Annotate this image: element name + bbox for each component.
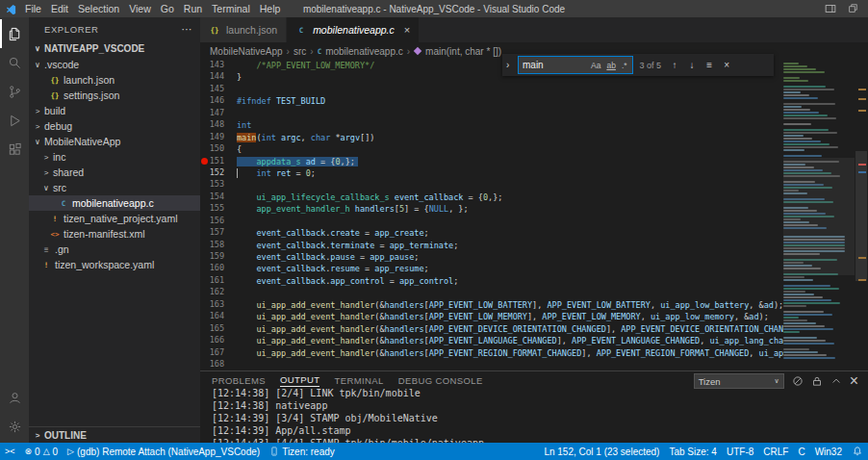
code-line[interactable]: #ifndef TEST_BUILD — [237, 95, 783, 107]
scrollbar[interactable] — [855, 60, 868, 371]
line-number[interactable]: 167 — [200, 347, 229, 359]
line-number[interactable]: 143 — [200, 60, 229, 71]
maximize-panel-icon[interactable] — [830, 375, 842, 387]
line-number[interactable]: 154 — [200, 192, 229, 203]
menu-view[interactable]: View — [124, 3, 156, 14]
line-number[interactable]: 152 — [200, 167, 229, 179]
code-line[interactable]: event_callback.terminate = app_terminate… — [237, 240, 783, 251]
find-next-button[interactable]: ↓ — [685, 60, 699, 70]
clear-output-icon[interactable] — [792, 375, 804, 387]
panel-tab-terminal[interactable]: TERMINAL — [334, 375, 383, 387]
toggle-layout-icon[interactable] — [825, 3, 836, 14]
tree-file--gn[interactable]: ≡.gn — [29, 242, 200, 257]
line-number[interactable]: 163 — [200, 299, 229, 311]
status-tab-size-4[interactable]: Tab Size: 4 — [664, 443, 721, 460]
line-number[interactable]: 161 — [200, 275, 229, 287]
code-line[interactable]: ui_app_lifecycle_callback_s event_callba… — [237, 192, 783, 203]
line-number[interactable]: 148 — [200, 119, 229, 131]
code-line[interactable] — [237, 108, 783, 119]
line-number[interactable]: 144 — [200, 71, 229, 83]
workspace-section-header[interactable]: ∨ NATIVEAPP_VSCODE — [29, 40, 200, 57]
line-number[interactable]: 166 — [200, 335, 229, 346]
line-number[interactable]: 168 — [200, 359, 229, 371]
tree-file-mobilenativeapp-c[interactable]: Cmobilenativeapp.c — [29, 195, 200, 211]
tree-file-tizen-workspace-yaml[interactable]: !tizen_workspace.yaml — [29, 257, 200, 272]
find-previous-button[interactable]: ↑ — [668, 60, 681, 70]
code-line[interactable]: ui_app_add_event_handler(&handlers[APP_E… — [237, 323, 783, 335]
menu-help[interactable]: Help — [255, 3, 286, 14]
tree-folder-inc[interactable]: >inc — [29, 149, 200, 165]
debug-status[interactable]: ▷ (gdb) Remote Attach (NativeApp_VSCode) — [63, 443, 265, 460]
line-number[interactable]: 158 — [200, 240, 229, 251]
status-crlf[interactable]: CRLF — [758, 443, 793, 460]
tree-folder-build[interactable]: >build — [29, 103, 200, 118]
problems-status[interactable]: ⊗ 0 △ 0 — [20, 443, 64, 460]
line-number[interactable]: 147 — [200, 108, 229, 119]
menu-selection[interactable]: Selection — [73, 3, 124, 14]
more-actions-icon[interactable]: ⋯ — [181, 23, 192, 36]
line-number[interactable]: 151 — [200, 156, 229, 167]
menu-go[interactable]: Go — [156, 3, 179, 14]
breakpoint-icon[interactable] — [201, 158, 208, 165]
lock-scroll-icon[interactable] — [811, 375, 823, 387]
code-line[interactable]: int ret = 0; — [237, 167, 783, 179]
line-number[interactable]: 145 — [200, 84, 229, 95]
breadcrumb-item[interactable]: MobileNativeApp — [210, 46, 283, 57]
line-number[interactable]: 155 — [200, 203, 229, 215]
line-number[interactable]: 149 — [200, 132, 229, 143]
status-c[interactable]: C — [793, 443, 809, 460]
status-ln-152-col-1-23-selected-[interactable]: Ln 152, Col 1 (23 selected) — [539, 443, 664, 460]
code-line[interactable]: event_callback.app_control = app_control… — [237, 275, 783, 287]
menu-edit[interactable]: Edit — [46, 3, 73, 14]
breadcrumb-item[interactable]: main(int, char * []) — [425, 46, 501, 57]
explorer-view-button[interactable] — [0, 19, 29, 48]
tree-folder--vscode[interactable]: ∨.vscode — [29, 57, 200, 72]
line-number[interactable]: 153 — [200, 179, 229, 191]
tree-folder-src[interactable]: ∨src — [29, 180, 200, 195]
code-line[interactable]: int — [237, 119, 783, 131]
restore-window-icon[interactable] — [848, 3, 858, 14]
line-number[interactable]: 160 — [200, 263, 229, 274]
line-number[interactable]: 156 — [200, 216, 229, 227]
breadcrumb-item[interactable]: src — [294, 46, 306, 57]
tab-launch-json[interactable]: {}launch.json — [200, 17, 287, 42]
search-view-button[interactable] — [0, 48, 29, 77]
tree-file-launch-json[interactable]: {}launch.json — [29, 72, 200, 88]
code-line[interactable] — [237, 359, 783, 371]
code-line[interactable] — [237, 287, 783, 298]
whole-word-button[interactable]: ab — [603, 61, 618, 70]
remote-indicator[interactable]: >< — [0, 443, 20, 460]
code-line[interactable]: ui_app_add_event_handler(&handlers[APP_E… — [237, 347, 783, 359]
tree-file-tizen-native-project-yaml[interactable]: !tizen_native_project.yaml — [29, 211, 200, 226]
tree-file-tizen-manifest-xml[interactable]: <>tizen-manifest.xml — [29, 226, 200, 242]
tizen-status[interactable]: Tizen: ready — [265, 443, 340, 460]
line-number[interactable]: 157 — [200, 227, 229, 239]
run-debug-view-button[interactable] — [0, 106, 29, 135]
breadcrumb-item[interactable]: mobilenativeapp.c — [325, 46, 403, 57]
line-number[interactable]: 150 — [200, 143, 229, 155]
outline-section-header[interactable]: > OUTLINE — [29, 426, 200, 443]
tree-file-settings-json[interactable]: {}settings.json — [29, 88, 200, 103]
panel-tab-debug-console[interactable]: DEBUG CONSOLE — [398, 375, 483, 387]
tab-mobilenativeapp-c[interactable]: Cmobilenativeapp.c× — [287, 17, 420, 42]
code-line[interactable]: ui_app_add_event_handler(&handlers[APP_E… — [237, 311, 783, 322]
minimap[interactable] — [783, 60, 855, 371]
code-line[interactable]: ui_app_add_event_handler(&handlers[APP_E… — [237, 299, 783, 311]
code-line[interactable]: event_callback.pause = app_pause; — [237, 251, 783, 263]
code-line[interactable] — [237, 84, 783, 95]
code-line[interactable]: main(int argc, char *argv[]) — [237, 132, 783, 143]
tree-folder-debug[interactable]: >debug — [29, 118, 200, 134]
minimap-slider[interactable] — [783, 158, 855, 275]
code-line[interactable]: event_callback.create = app_create; — [237, 227, 783, 239]
notifications-bell-icon[interactable] — [847, 443, 868, 460]
source-control-view-button[interactable] — [0, 77, 29, 106]
line-number[interactable]: 164 — [200, 311, 229, 322]
regex-button[interactable]: .* — [619, 61, 630, 70]
find-in-selection-button[interactable]: ≡ — [702, 60, 716, 70]
line-number[interactable]: 146 — [200, 95, 229, 107]
extensions-view-button[interactable] — [0, 135, 29, 164]
code-line[interactable]: event_callback.resume = app_resume; — [237, 263, 783, 274]
tree-folder-mobilenativeapp[interactable]: ∨MobileNativeApp — [29, 134, 200, 149]
menu-run[interactable]: Run — [179, 3, 207, 14]
code-editor[interactable]: 1431441451461471481491501511521531541551… — [200, 60, 868, 371]
